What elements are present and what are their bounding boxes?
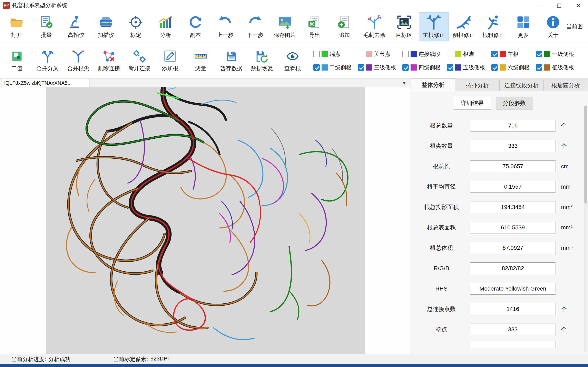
open-button[interactable]: 打开 bbox=[2, 12, 31, 41]
burr-removal-button[interactable]: 毛刺去除 bbox=[359, 12, 389, 41]
maximize-button[interactable]: □ bbox=[550, 0, 569, 11]
param-label: R/G/B bbox=[413, 265, 470, 272]
about-label: 关于 bbox=[548, 31, 559, 39]
panel-scrollbar[interactable] bbox=[584, 105, 587, 352]
tab-topology-analysis[interactable]: 拓扑分析 bbox=[455, 80, 500, 91]
save-image-button[interactable]: 保存图片 bbox=[270, 12, 300, 41]
tab-list-dropdown-button[interactable]: ▼ bbox=[400, 80, 408, 86]
lateral-root-edit-button[interactable]: 侧根修正 bbox=[449, 12, 479, 41]
main-root-checkbox[interactable] bbox=[491, 51, 498, 57]
target-area-button[interactable]: 目标区 bbox=[389, 12, 419, 41]
param-row-connection-points: 总连接点数 个 bbox=[413, 299, 588, 319]
endpoint-checkbox[interactable] bbox=[313, 51, 320, 57]
segment-label: 连接线段 bbox=[419, 50, 441, 58]
rgb-input[interactable] bbox=[470, 262, 556, 274]
scanner-icon bbox=[99, 15, 113, 30]
image-tab[interactable]: lQLPJxZ5wizbKjTNAxXNA5... bbox=[1, 79, 89, 87]
title-bar: RP 托普根系表型分析系统 — □ × bbox=[0, 0, 588, 11]
connection-points-input[interactable] bbox=[470, 303, 556, 315]
duplicate-button[interactable]: 副本 bbox=[181, 12, 210, 41]
merge-fork-label: 合并分叉 bbox=[36, 65, 59, 72]
view-root-label: 查看根 bbox=[285, 65, 301, 72]
nodule-checkbox[interactable] bbox=[447, 51, 453, 57]
more-button[interactable]: 更多 bbox=[508, 12, 538, 41]
segment-params-button[interactable]: 分段参数 bbox=[496, 97, 533, 110]
document-camera-button[interactable]: 高拍仪 bbox=[61, 12, 91, 41]
tab-overall-analysis[interactable]: 整体分析 bbox=[411, 78, 455, 91]
view-root-button[interactable]: 查看根 bbox=[277, 45, 308, 76]
redo-button[interactable]: 下一步 bbox=[240, 12, 270, 41]
image-canvas[interactable] bbox=[0, 87, 411, 354]
param-unit: mm² bbox=[556, 224, 578, 231]
joint-color-swatch bbox=[366, 51, 372, 57]
measure-button[interactable]: 测量 bbox=[185, 45, 216, 76]
lateral-1-checkbox[interactable] bbox=[536, 51, 542, 57]
legend-item-joint: 关节点 bbox=[358, 47, 402, 61]
image-tab-bar: lQLPJxZ5wizbKjTNAxXNA5... ▼ bbox=[0, 79, 411, 87]
lateral-6-color-swatch bbox=[500, 64, 506, 71]
endpoint-color-swatch bbox=[321, 51, 328, 57]
scanner-button[interactable]: 扫描仪 bbox=[91, 12, 121, 41]
analysis-panel-tabs: 整体分析 拓扑分析 连接线段分析 根瘤菌分析 bbox=[411, 79, 588, 91]
merge-tip-button[interactable]: 合并根尖 bbox=[63, 45, 94, 76]
stash-data-button[interactable]: 暂存数据 bbox=[216, 45, 247, 76]
lateral-low-checkbox[interactable] bbox=[536, 64, 542, 71]
result-buttons: 详细结果 分段参数 bbox=[454, 97, 588, 110]
lateral-6-checkbox[interactable] bbox=[491, 64, 498, 71]
append-label: 追加 bbox=[339, 31, 350, 39]
root-projected-area-input[interactable] bbox=[470, 201, 556, 213]
root-total-length-input[interactable] bbox=[470, 160, 556, 172]
root-thickness-edit-button[interactable]: 根粗修正 bbox=[479, 12, 508, 41]
calibration-label: 标定 bbox=[130, 31, 141, 39]
merge-tip-label: 合并根尖 bbox=[67, 65, 89, 72]
root-scan-image[interactable] bbox=[46, 87, 365, 354]
detailed-results-button[interactable]: 详细结果 bbox=[454, 97, 491, 110]
main-root-edit-label: 主根修正 bbox=[423, 31, 445, 39]
param-label: 根总表面积 bbox=[413, 224, 470, 231]
lateral-5-checkbox[interactable] bbox=[447, 64, 453, 71]
root-surface-area-input[interactable] bbox=[470, 222, 556, 234]
undo-button[interactable]: 上一步 bbox=[210, 12, 240, 41]
lateral-3-checkbox[interactable] bbox=[358, 64, 364, 71]
measure-label: 测量 bbox=[195, 65, 206, 72]
add-root-pen-icon bbox=[164, 50, 177, 63]
measure-ruler-icon bbox=[194, 50, 207, 63]
lateral-4-label: 四级侧根 bbox=[419, 64, 441, 71]
root-avg-diameter-input[interactable] bbox=[470, 181, 556, 193]
endpoints-input[interactable] bbox=[470, 324, 556, 335]
restore-data-button[interactable]: 数据恢复 bbox=[247, 45, 277, 76]
scrollbar-thumb[interactable] bbox=[584, 106, 587, 203]
root-thickness-edit-icon bbox=[486, 15, 501, 30]
save-image-icon bbox=[277, 15, 292, 30]
disconnect-icon bbox=[133, 50, 146, 63]
tab-segment-analysis[interactable]: 连接线段分析 bbox=[500, 80, 544, 91]
add-root-button[interactable]: 添加根 bbox=[155, 45, 185, 76]
delete-connection-button[interactable]: 删除连接 bbox=[94, 45, 124, 76]
export-button[interactable]: 导出 bbox=[300, 12, 329, 41]
redo-label: 下一步 bbox=[247, 31, 263, 39]
main-root-edit-button[interactable]: 主根修正 bbox=[419, 12, 449, 41]
disconnect-button[interactable]: 断开连接 bbox=[124, 45, 155, 76]
param-row-endpoints: 端点 个 bbox=[413, 319, 588, 340]
root-tip-count-input[interactable] bbox=[470, 140, 556, 152]
chevron-down-icon: ▼ bbox=[402, 81, 406, 86]
batch-button[interactable]: 批量 bbox=[31, 12, 61, 41]
merge-fork-button[interactable]: 合并分叉 bbox=[32, 45, 63, 76]
close-button[interactable]: × bbox=[569, 0, 588, 11]
append-button[interactable]: 追加 bbox=[329, 12, 359, 41]
analyze-button[interactable]: 分析 bbox=[151, 12, 181, 41]
root-volume-input[interactable] bbox=[470, 242, 556, 254]
param-label: 总连接点数 bbox=[413, 305, 470, 313]
lateral-2-checkbox[interactable] bbox=[313, 64, 320, 71]
about-button[interactable]: 关于 bbox=[538, 12, 568, 41]
calibration-button[interactable]: 标定 bbox=[121, 12, 151, 41]
binarize-button[interactable]: 二值 bbox=[2, 45, 32, 76]
root-total-count-input[interactable] bbox=[470, 120, 556, 132]
tab-nodule-analysis[interactable]: 根瘤菌分析 bbox=[544, 80, 588, 91]
partial-next-input[interactable] bbox=[470, 341, 556, 348]
rhs-input[interactable] bbox=[470, 283, 556, 295]
segment-checkbox[interactable] bbox=[402, 51, 409, 57]
minimize-button[interactable]: — bbox=[530, 0, 550, 11]
joint-checkbox[interactable] bbox=[358, 51, 364, 57]
lateral-4-checkbox[interactable] bbox=[402, 64, 409, 71]
